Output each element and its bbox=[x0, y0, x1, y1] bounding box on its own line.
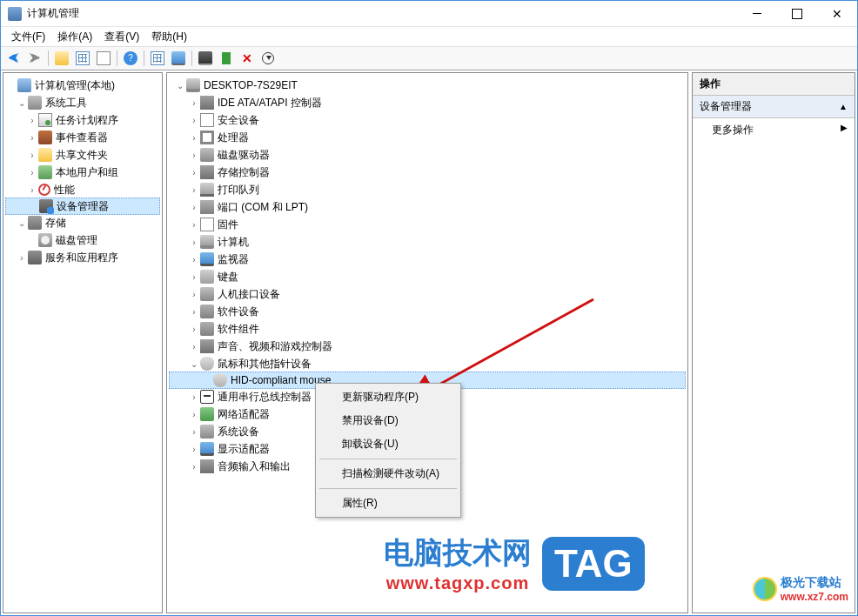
tree-local-users[interactable]: › 本地用户和组 bbox=[5, 164, 160, 181]
window-title: 计算机管理 bbox=[27, 6, 737, 21]
chevron-right-icon[interactable]: › bbox=[188, 307, 200, 317]
device-disk-drives[interactable]: ›磁盘驱动器 bbox=[169, 146, 686, 164]
nav-back-button[interactable]: ⮜ bbox=[4, 49, 23, 68]
chevron-right-icon[interactable]: › bbox=[188, 445, 200, 454]
tree-services-apps[interactable]: › 服务和应用程序 bbox=[5, 249, 160, 266]
ctx-disable-device[interactable]: 禁用设备(D) bbox=[318, 409, 459, 432]
tb-help-button[interactable]: ? bbox=[121, 49, 140, 68]
device-root[interactable]: ⌄ DESKTOP-7S29EIT bbox=[169, 77, 686, 94]
ctx-properties[interactable]: 属性(R) bbox=[318, 492, 459, 515]
scan-icon bbox=[198, 51, 212, 65]
tb-enable-button[interactable] bbox=[217, 49, 236, 68]
minimize-button[interactable] bbox=[737, 1, 777, 27]
chevron-right-icon[interactable]: › bbox=[188, 116, 200, 125]
chevron-right-icon[interactable]: › bbox=[188, 272, 200, 282]
tree-label: 端口 (COM 和 LPT) bbox=[218, 200, 308, 215]
tree-label: 通用串行总线控制器 bbox=[218, 390, 312, 405]
device-sw-devices[interactable]: ›软件设备 bbox=[169, 303, 686, 320]
tb-props-button[interactable] bbox=[73, 49, 92, 68]
chevron-right-icon[interactable]: › bbox=[188, 410, 200, 419]
chevron-right-icon[interactable]: › bbox=[188, 342, 200, 352]
chevron-down-icon[interactable]: ⌄ bbox=[16, 98, 28, 108]
chevron-right-icon[interactable]: › bbox=[188, 255, 200, 264]
chevron-down-icon[interactable]: ⌄ bbox=[174, 81, 186, 90]
menu-file[interactable]: 文件(F) bbox=[6, 28, 50, 46]
device-firmware[interactable]: ›固件 bbox=[169, 216, 686, 233]
device-ide[interactable]: ›IDE ATA/ATAPI 控制器 bbox=[169, 94, 686, 111]
device-cpu[interactable]: ›处理器 bbox=[169, 129, 686, 146]
chevron-right-icon[interactable]: › bbox=[26, 168, 38, 177]
chevron-right-icon[interactable]: › bbox=[188, 427, 200, 437]
tb-list-button[interactable] bbox=[94, 49, 113, 68]
chevron-right-icon[interactable]: › bbox=[188, 462, 200, 472]
nav-fwd-button[interactable]: ⮞ bbox=[25, 49, 44, 68]
tree-label: 显示适配器 bbox=[218, 442, 270, 457]
tree-label: 系统设备 bbox=[218, 425, 259, 439]
tb-scan-button[interactable] bbox=[196, 49, 215, 68]
tree-label: 系统工具 bbox=[45, 96, 87, 110]
tb-view1-button[interactable] bbox=[148, 49, 167, 68]
actions-section[interactable]: 设备管理器 ▲ bbox=[693, 96, 855, 118]
chevron-down-icon[interactable]: ⌄ bbox=[188, 359, 200, 369]
chevron-right-icon[interactable]: › bbox=[188, 151, 200, 160]
chevron-right-icon[interactable]: › bbox=[188, 238, 200, 247]
device-hid[interactable]: ›人机接口设备 bbox=[169, 285, 686, 303]
tree-device-manager[interactable]: 设备管理器 bbox=[5, 198, 160, 215]
tree-disk-management[interactable]: 磁盘管理 bbox=[5, 231, 160, 249]
tb-remove-button[interactable]: ✕ bbox=[238, 49, 257, 68]
tb-view2-button[interactable] bbox=[169, 49, 188, 68]
chevron-right-icon[interactable]: › bbox=[188, 325, 200, 334]
event-icon bbox=[38, 131, 52, 144]
ctx-separator bbox=[319, 488, 457, 489]
tb-up-button[interactable] bbox=[52, 49, 71, 68]
ctx-update-driver[interactable]: 更新驱动程序(P) bbox=[318, 385, 459, 409]
chevron-right-icon[interactable]: › bbox=[188, 185, 200, 195]
chevron-right-icon[interactable]: › bbox=[188, 168, 200, 177]
tree-storage[interactable]: ⌄ 存储 bbox=[5, 214, 160, 231]
menu-help[interactable]: 帮助(H) bbox=[146, 28, 192, 46]
tree-task-scheduler[interactable]: › 任务计划程序 bbox=[5, 111, 160, 129]
chevron-right-icon[interactable]: › bbox=[26, 185, 38, 195]
chevron-right-icon[interactable]: › bbox=[188, 133, 200, 143]
device-audio-ctrl[interactable]: ›声音、视频和游戏控制器 bbox=[169, 338, 686, 355]
device-mice[interactable]: ⌄鼠标和其他指针设备 bbox=[169, 355, 686, 372]
device-keyboards[interactable]: ›键盘 bbox=[169, 268, 686, 285]
device-ports[interactable]: ›端口 (COM 和 LPT) bbox=[169, 198, 686, 216]
toolbar-sep bbox=[191, 50, 192, 66]
device-sw-components[interactable]: ›软件组件 bbox=[169, 320, 686, 338]
chevron-right-icon[interactable]: › bbox=[26, 133, 38, 143]
tree-shared-folders[interactable]: › 共享文件夹 bbox=[5, 146, 160, 164]
chevron-right-icon[interactable]: › bbox=[16, 253, 28, 263]
chevron-right-icon[interactable]: › bbox=[188, 203, 200, 212]
close-button[interactable]: ✕ bbox=[817, 1, 857, 27]
title-bar: 计算机管理 ✕ bbox=[1, 1, 857, 27]
chevron-right-icon[interactable]: › bbox=[188, 290, 200, 299]
menu-view[interactable]: 查看(V) bbox=[99, 28, 144, 46]
chevron-right-icon[interactable]: › bbox=[188, 220, 200, 230]
properties-icon bbox=[76, 51, 90, 65]
tree-system-tools[interactable]: ⌄ 系统工具 bbox=[5, 94, 160, 111]
tb-update-button[interactable] bbox=[258, 49, 278, 68]
chevron-down-icon[interactable]: ⌄ bbox=[16, 218, 28, 228]
device-computer[interactable]: ›计算机 bbox=[169, 233, 686, 251]
chevron-right-icon[interactable]: › bbox=[26, 116, 38, 125]
menu-action[interactable]: 操作(A) bbox=[52, 28, 97, 46]
chevron-right-icon[interactable]: › bbox=[26, 151, 38, 160]
chevron-right-icon[interactable]: › bbox=[188, 98, 200, 108]
ctx-scan-hardware[interactable]: 扫描检测硬件改动(A) bbox=[318, 462, 459, 485]
device-monitors[interactable]: ›监视器 bbox=[169, 251, 686, 268]
keyboard-icon bbox=[200, 270, 214, 284]
device-security[interactable]: ›安全设备 bbox=[169, 111, 686, 129]
ctx-uninstall-device[interactable]: 卸载设备(U) bbox=[318, 432, 459, 456]
device-printers[interactable]: ›打印队列 bbox=[169, 181, 686, 198]
hdd-icon bbox=[200, 148, 214, 162]
device-storage-ctrl[interactable]: ›存储控制器 bbox=[169, 164, 686, 181]
tree-performance[interactable]: › 性能 bbox=[5, 181, 160, 198]
tree-root[interactable]: 计算机管理(本地) bbox=[5, 77, 160, 94]
maximize-button[interactable] bbox=[777, 1, 817, 27]
actions-more[interactable]: 更多操作 ▶ bbox=[693, 118, 855, 142]
tree-label: 软件设备 bbox=[218, 305, 259, 319]
device-tree-pane: ⌄ DESKTOP-7S29EIT ›IDE ATA/ATAPI 控制器 ›安全… bbox=[166, 72, 688, 613]
tree-event-viewer[interactable]: › 事件查看器 bbox=[5, 129, 160, 146]
chevron-right-icon[interactable]: › bbox=[188, 392, 200, 402]
